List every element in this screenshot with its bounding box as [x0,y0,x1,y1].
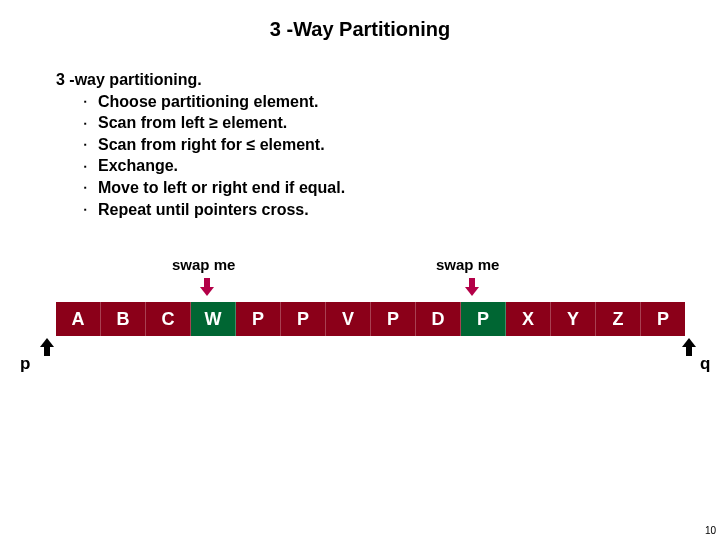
array-cell: Z [596,302,641,336]
pointer-q-label: q [700,354,710,374]
swap-left-label: swap me [172,256,235,273]
page-title: 3 -Way Partitioning [0,0,720,41]
array-cell: P [281,302,326,336]
array-cell: X [506,302,551,336]
bullet-item: Move to left or right end if equal. [84,177,720,199]
array-cell: C [146,302,191,336]
content-block: 3 -way partitioning. Choose partitioning… [56,69,720,220]
array-cell: P [236,302,281,336]
arrow-down-icon [200,278,214,296]
bullet-item: Choose partitioning element. [84,91,720,113]
swap-right-label: swap me [436,256,499,273]
array-cell: A [56,302,101,336]
swap-labels: swap me swap me [0,256,720,302]
array-cell: D [416,302,461,336]
bullet-item: Repeat until pointers cross. [84,199,720,221]
array-cell: B [101,302,146,336]
page-number: 10 [705,525,716,536]
array-cell: P [641,302,685,336]
svg-rect-0 [204,278,210,288]
bullet-item: Scan from left ≥ element. [84,112,720,134]
svg-marker-4 [40,338,54,347]
arrow-down-icon [465,278,479,296]
svg-rect-2 [469,278,475,288]
array-cell: P [371,302,416,336]
svg-marker-1 [200,287,214,296]
arrow-up-icon [682,338,696,356]
svg-marker-3 [465,287,479,296]
array-cell: Y [551,302,596,336]
array-cell: W [191,302,236,336]
array-cell: V [326,302,371,336]
arrow-up-icon [40,338,54,356]
pointer-p-label: p [20,354,30,374]
pointer-row: p q [0,336,720,378]
bullet-list: Choose partitioning element. Scan from l… [56,91,720,221]
svg-rect-7 [686,346,692,356]
bullet-item: Exchange. [84,155,720,177]
array-cell: P [461,302,506,336]
array-row: A B C W P P V P D P X Y Z P [56,302,720,336]
svg-marker-6 [682,338,696,347]
heading: 3 -way partitioning. [56,69,720,91]
bullet-item: Scan from right for ≤ element. [84,134,720,156]
svg-rect-5 [44,346,50,356]
